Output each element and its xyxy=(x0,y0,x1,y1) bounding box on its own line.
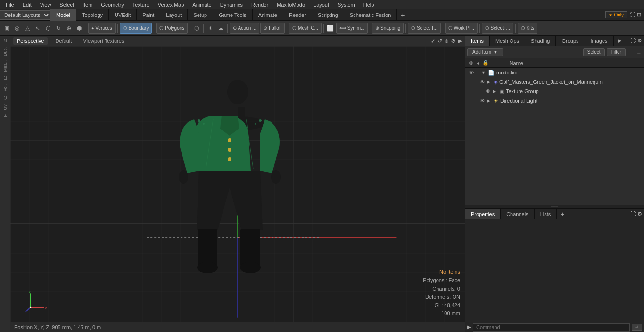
item-eye-texture[interactable]: 👁 xyxy=(484,89,492,94)
tab-render[interactable]: Render xyxy=(283,9,312,21)
menu-vertex-map[interactable]: Vertex Map xyxy=(154,1,188,8)
vp-tab-perspective[interactable]: Perspective xyxy=(13,37,48,45)
t1-icon[interactable]: ⬜ xyxy=(326,24,335,33)
tab-topology[interactable]: Topology xyxy=(76,9,109,21)
tab-scripting[interactable]: Scripting xyxy=(312,9,344,21)
toggle2-icon[interactable]: ☁ xyxy=(216,24,225,33)
sidebar-item-e[interactable]: E: xyxy=(2,74,8,82)
tab-setup[interactable]: Setup xyxy=(188,9,213,21)
vp-expand-icon[interactable]: ▶ xyxy=(458,38,462,44)
kits-button[interactable]: ⬡ Kits xyxy=(518,23,537,34)
select-t-button[interactable]: ⬡ Select T... xyxy=(408,23,441,34)
menu-dynamics[interactable]: Dynamics xyxy=(216,1,247,8)
command-arrow[interactable]: ▶ xyxy=(467,324,471,330)
sidebar-item-mesh[interactable]: Mes... xyxy=(2,58,8,74)
menu-animate[interactable]: Animate xyxy=(189,1,215,8)
menu-help[interactable]: Help xyxy=(360,1,378,8)
panel-tab-groups[interactable]: Groups xyxy=(556,36,585,46)
tab-game-tools[interactable]: Game Tools xyxy=(213,9,253,21)
item-row-light[interactable]: 👁 ▶ ☀ Directional Light xyxy=(465,96,644,105)
panel-tab-mesh-ops[interactable]: Mesh Ops xyxy=(490,36,525,46)
item-expand-golf[interactable]: ▶ xyxy=(487,80,492,84)
item-expand-modo[interactable]: ▼ xyxy=(481,70,486,75)
tab-uvedit[interactable]: UVEdit xyxy=(109,9,137,21)
sidebar-item-f[interactable]: F xyxy=(2,113,8,119)
menu-layout[interactable]: Layout xyxy=(310,1,333,8)
falloff-button[interactable]: ⊙ Falloff xyxy=(260,23,285,34)
vp-tab-default[interactable]: Default xyxy=(51,37,75,45)
symm-button[interactable]: ⟺ Symm... xyxy=(336,23,368,34)
layout-add-button[interactable]: + xyxy=(397,10,408,20)
action-button[interactable]: ⊙ Action ... xyxy=(230,23,259,34)
panel-tab-images[interactable]: Images xyxy=(585,36,614,46)
layout-dropdown[interactable]: Default Layouts xyxy=(0,10,50,20)
item-expand-texture[interactable]: ▶ xyxy=(493,89,497,94)
menu-geometry[interactable]: Geometry xyxy=(97,1,127,8)
props-tab-channels[interactable]: Channels xyxy=(501,209,534,219)
menu-view[interactable]: View xyxy=(36,1,55,8)
panel-more-icon[interactable]: ≡ xyxy=(636,49,642,56)
tab-layout[interactable]: Layout xyxy=(160,9,188,21)
panel-tab-shading[interactable]: Shading xyxy=(525,36,556,46)
item-expand-light[interactable]: ▶ xyxy=(487,98,492,103)
item-eye-modo[interactable]: 👁 xyxy=(467,70,475,75)
panel-minus-icon[interactable]: − xyxy=(627,49,634,56)
props-tab-properties[interactable]: Properties xyxy=(465,209,501,219)
props-tab-lists[interactable]: Lists xyxy=(535,209,557,219)
item-row-modo[interactable]: 👁 ▼ 📄 modo.lxo xyxy=(465,68,644,77)
panel-expand-icon[interactable]: ⛶ xyxy=(630,38,636,44)
only-badge[interactable]: ★ Only xyxy=(605,11,627,18)
shape-icon[interactable]: ⬡ xyxy=(192,24,201,33)
sidebar-item-dup[interactable]: Dup. xyxy=(2,45,8,58)
tool-cursor[interactable]: ↖ xyxy=(33,24,42,33)
sidebar-item-uv[interactable]: UV xyxy=(2,102,8,112)
tab-animate[interactable]: Animate xyxy=(253,9,283,21)
vp-look-icon[interactable]: ⤢ xyxy=(431,38,436,44)
item-row-golf[interactable]: 👁 ▶ ◈ Golf_Masters_Green_Jacket_on_Manne… xyxy=(465,77,644,87)
tool-rotate[interactable]: ↻ xyxy=(54,24,63,33)
select-button[interactable]: Select xyxy=(583,48,605,56)
sidebar-item-b[interactable]: B: xyxy=(2,37,8,45)
item-eye-golf[interactable]: 👁 xyxy=(479,79,486,85)
vp-settings-icon[interactable]: ⚙ xyxy=(451,38,456,44)
tab-model[interactable]: Model xyxy=(50,9,76,21)
boundary-button[interactable]: ⬡ Boundary xyxy=(120,23,152,34)
tool-scale[interactable]: ⊕ xyxy=(64,24,74,33)
item-row-texture[interactable]: 👁 ▶ ▣ Texture Group xyxy=(465,87,644,96)
tab-paint[interactable]: Paint xyxy=(137,9,160,21)
panel-resize-handle[interactable]: ━━━ xyxy=(465,205,644,209)
add-item-button[interactable]: Add Item ▼ xyxy=(467,48,503,56)
viewport-canvas[interactable]: No Items Polygons : Face Channels: 0 Def… xyxy=(10,46,465,332)
panel-tab-items[interactable]: Items xyxy=(465,36,490,46)
tool-select[interactable]: ▣ xyxy=(2,24,11,33)
menu-maxtomodo[interactable]: MaxToModo xyxy=(273,1,309,8)
panel-tab-add[interactable]: ▶ xyxy=(614,37,625,45)
menu-texture[interactable]: Texture xyxy=(129,1,153,8)
vp-tab-viewport-textures[interactable]: Viewport Textures xyxy=(79,37,128,45)
selecti-button[interactable]: ⬡ Selecti ... xyxy=(482,23,513,34)
sidebar-item-pol[interactable]: Pol. xyxy=(2,82,8,94)
item-eye-light[interactable]: 👁 xyxy=(479,98,486,104)
sidebar-item-c[interactable]: C: xyxy=(2,94,8,102)
props-settings-icon[interactable]: ⚙ xyxy=(637,211,642,217)
command-go-button[interactable]: ↵ xyxy=(632,324,642,331)
props-tab-add[interactable]: + xyxy=(557,210,568,219)
menu-file[interactable]: File xyxy=(2,1,18,8)
grid-icon[interactable]: ⊞ xyxy=(637,12,641,18)
vp-reset-icon[interactable]: ↺ xyxy=(438,38,442,44)
menu-system[interactable]: System xyxy=(334,1,359,8)
snapping-button[interactable]: ⊕ Snapping xyxy=(372,23,404,34)
meshc-button[interactable]: ⬡ Mesh C... xyxy=(289,23,322,34)
menu-select[interactable]: Select xyxy=(56,1,78,8)
tool-move[interactable]: ⬡ xyxy=(43,24,53,33)
workpl-button[interactable]: ⬡ Work Pl... xyxy=(445,23,478,34)
panel-settings-icon[interactable]: ⚙ xyxy=(637,38,642,44)
menu-render[interactable]: Render xyxy=(248,1,272,8)
tool-poly[interactable]: ⬢ xyxy=(74,24,84,33)
filter-button[interactable]: Filter xyxy=(607,48,626,56)
tab-schematic-fusion[interactable]: Schematic Fusion xyxy=(344,9,397,21)
add-col-icon[interactable]: + xyxy=(477,60,479,66)
menu-item[interactable]: Item xyxy=(79,1,96,8)
polygons-button[interactable]: ⬡ Polygons xyxy=(156,23,188,34)
tool-vertex[interactable]: △ xyxy=(23,24,32,33)
